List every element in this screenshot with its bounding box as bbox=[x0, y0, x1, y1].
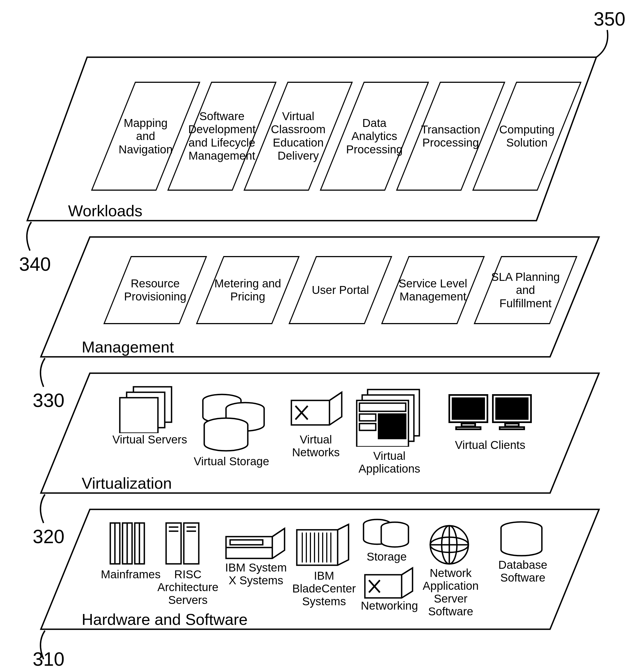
svg-rect-26 bbox=[505, 424, 519, 426]
layer-title-virtualization: Virtualization bbox=[82, 474, 172, 492]
virtual-clients-label: Virtual Clients bbox=[455, 439, 525, 452]
svg-rect-34 bbox=[166, 523, 181, 564]
storage-icon bbox=[359, 518, 411, 550]
svg-rect-6 bbox=[120, 398, 158, 433]
networking-icon bbox=[362, 565, 417, 601]
virtual-servers-label: Virtual Servers bbox=[112, 433, 188, 446]
svg-rect-35 bbox=[184, 523, 199, 564]
diagram-canvas: 350 340 330 320 310 Workloads Mapping an… bbox=[0, 0, 638, 672]
svg-rect-44 bbox=[230, 540, 263, 545]
globe-icon bbox=[427, 523, 471, 567]
svg-rect-21 bbox=[453, 398, 484, 419]
networking-label: Networking bbox=[354, 599, 425, 612]
net-app-server-label: Network Application Server Software bbox=[415, 567, 486, 618]
virtual-clients-icon bbox=[447, 392, 534, 439]
virtual-networks-label: Virtual Networks bbox=[281, 433, 351, 459]
svg-rect-18 bbox=[359, 424, 376, 430]
ref-320: 320 bbox=[33, 526, 65, 547]
ref-330: 330 bbox=[33, 390, 65, 411]
layer-title-hardware: Hardware and Software bbox=[82, 610, 248, 628]
svg-rect-27 bbox=[500, 427, 524, 429]
virtual-storage-label: Virtual Storage bbox=[190, 455, 272, 468]
virtual-networks-icon bbox=[289, 390, 346, 430]
svg-rect-17 bbox=[359, 414, 376, 421]
ref-350: 350 bbox=[593, 8, 625, 30]
svg-rect-16 bbox=[359, 403, 406, 411]
ref-340: 340 bbox=[19, 253, 51, 275]
svg-rect-25 bbox=[496, 398, 528, 419]
bladecenter-icon bbox=[294, 522, 351, 568]
virtual-storage-icon bbox=[196, 392, 267, 452]
svg-rect-22 bbox=[461, 424, 475, 426]
storage-label: Storage bbox=[351, 550, 422, 563]
layer-title-workloads: Workloads bbox=[68, 201, 142, 220]
system-x-label: IBM System X Systems bbox=[221, 561, 291, 587]
layer-title-management: Management bbox=[82, 338, 174, 356]
svg-rect-23 bbox=[456, 427, 481, 429]
risc-servers-icon bbox=[163, 520, 210, 567]
risc-servers-label: RISC Architecture Servers bbox=[152, 568, 223, 606]
system-x-icon bbox=[223, 526, 289, 561]
bladecenter-label: IBM BladeCenter Systems bbox=[289, 569, 359, 608]
virtual-applications-icon bbox=[354, 387, 425, 447]
database-label: Database Software bbox=[487, 558, 558, 584]
virtual-servers-icon bbox=[117, 384, 177, 433]
database-icon bbox=[498, 520, 544, 558]
ref-310: 310 bbox=[33, 648, 65, 670]
virtual-applications-label: Virtual Applications bbox=[351, 449, 427, 475]
mainframes-icon bbox=[107, 520, 154, 567]
svg-rect-19 bbox=[379, 414, 406, 439]
